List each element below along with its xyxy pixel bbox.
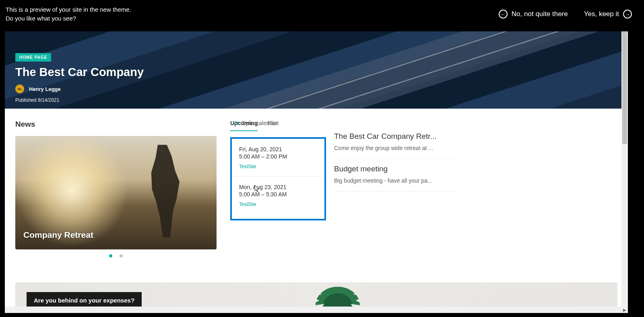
news-heading: News <box>15 120 217 129</box>
preview-message: This is a preview of your site in the ne… <box>6 5 131 23</box>
news-pager <box>15 254 217 257</box>
event-detail[interactable]: Budget meeting Big budget meeting - have… <box>334 159 455 191</box>
event-detail-desc: Come enjoy the group wide retreat at ... <box>334 145 455 151</box>
page-type-badge: HOME PAGE <box>15 53 51 62</box>
accept-theme-label: Yes, keep it <box>584 10 619 18</box>
published-date: Published 8/14/2021 <box>15 97 144 103</box>
event-item[interactable]: Fri, Aug 20, 2021 5:00 AM – 2:00 PM Test… <box>232 139 324 177</box>
event-site-link[interactable]: TestSite <box>239 164 256 169</box>
pager-dot-1[interactable] <box>109 254 112 257</box>
theme-preview-bar: This is a preview of your site in the ne… <box>0 0 644 28</box>
event-item[interactable]: Mon, Aug 23, 2021 5:00 AM – 5:30 AM Test… <box>232 177 324 219</box>
news-card[interactable]: Company Retreat <box>15 136 217 249</box>
event-time: 5:00 AM – 5:30 AM <box>239 191 317 198</box>
accept-theme-button[interactable]: Yes, keep it → <box>584 10 632 19</box>
event-detail-title: The Best Car Company Retr... <box>334 132 455 141</box>
vertical-scrollbar[interactable] <box>621 31 628 313</box>
preview-message-line2: Do you like what you see? <box>6 14 131 23</box>
event-detail-title: Budget meeting <box>334 165 455 173</box>
event-date: Mon, Aug 23, 2021 <box>239 184 317 190</box>
hero-header: HOME PAGE The Best Car Company HL Henry … <box>5 31 628 109</box>
sync-icon <box>233 120 239 126</box>
author-row: HL Henry Legge <box>15 84 144 93</box>
news-card-image <box>143 145 180 237</box>
event-detail[interactable]: The Best Car Company Retr... Come enjoy … <box>334 126 455 159</box>
scroll-right-arrow-icon[interactable]: ▶ <box>621 307 628 313</box>
page-title: The Best Car Company <box>15 66 144 79</box>
author-name: Henry Legge <box>29 86 61 92</box>
preview-actions: ← No, not quite there Yes, keep it → <box>499 10 632 19</box>
event-time: 5:00 AM – 2:00 PM <box>239 153 317 160</box>
arrow-right-icon: → <box>623 10 632 19</box>
sync-calendar-label: Sync calendar <box>242 120 278 126</box>
event-detail-desc: Big budget meeting - have all your pa... <box>334 177 455 184</box>
event-date: Fri, Aug 20, 2021 <box>239 146 317 152</box>
expenses-question: Are you behind on your expenses? <box>27 292 142 309</box>
preview-message-line1: This is a preview of your site in the ne… <box>6 5 131 14</box>
scrollbar-thumb[interactable] <box>622 31 627 144</box>
news-card-title: Company Retreat <box>23 230 93 240</box>
horizontal-scrollbar[interactable]: ▶ <box>5 307 628 313</box>
site-preview-frame: HOME PAGE The Best Car Company HL Henry … <box>5 31 628 313</box>
event-site-link[interactable]: TestSite <box>239 202 256 207</box>
avatar: HL <box>15 84 24 93</box>
event-list-highlighted: Fri, Aug 20, 2021 5:00 AM – 2:00 PM Test… <box>230 137 326 220</box>
pager-dot-2[interactable] <box>120 254 123 257</box>
sync-calendar-button[interactable]: Sync calendar <box>233 120 354 126</box>
reject-theme-label: No, not quite there <box>512 10 568 18</box>
arrow-left-icon: ← <box>499 10 508 19</box>
reject-theme-button[interactable]: ← No, not quite there <box>499 10 568 19</box>
